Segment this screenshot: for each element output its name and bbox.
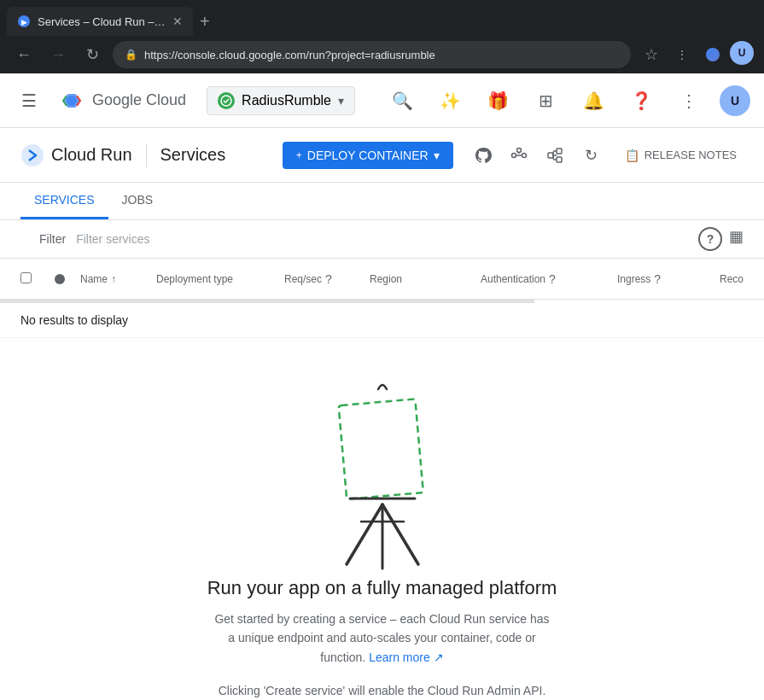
no-results-message: No results to display (0, 303, 764, 338)
ingress-column-header: Ingress ? (617, 272, 720, 286)
auth-help-icon[interactable]: ? (549, 272, 556, 286)
url-text: https://console.cloud.google.com/run?pro… (144, 49, 619, 61)
svg-point-6 (511, 153, 516, 157)
column-settings-icon[interactable]: ▦ (729, 227, 744, 251)
empty-state: Run your app on a fully managed platform… (0, 338, 764, 700)
reco-column-header: Reco (720, 273, 744, 285)
sort-icon: ↑ (111, 273, 116, 285)
topology-icon (545, 146, 564, 165)
github-icon (474, 146, 493, 165)
gift-icon[interactable]: 🎁 (481, 84, 515, 118)
new-tab-button[interactable]: + (193, 9, 217, 35)
svg-rect-11 (557, 157, 562, 162)
address-bar[interactable]: 🔒 https://console.cloud.google.com/run?p… (113, 41, 631, 68)
cloud-run-icon (20, 143, 44, 167)
topology-link[interactable] (545, 146, 564, 165)
svg-point-2 (706, 48, 720, 61)
svg-point-5 (21, 144, 44, 166)
filter-input[interactable] (76, 232, 688, 246)
back-button[interactable]: ← (10, 41, 38, 68)
deployment-type-column-header: Deployment type (156, 273, 284, 285)
svg-point-7 (522, 153, 526, 157)
filter-label: Filter (39, 232, 66, 246)
browser-menu-icon[interactable]: ⋮ (668, 41, 696, 68)
tab-services[interactable]: SERVICES (20, 183, 108, 219)
header-divider (146, 143, 147, 167)
filter-button[interactable]: Filter (20, 232, 66, 246)
tab-favicon: ▶ (17, 15, 31, 28)
page-title: Services (160, 145, 226, 165)
svg-rect-9 (548, 153, 553, 158)
release-notes-icon: 📋 (625, 149, 639, 162)
gc-logo-icon (58, 87, 85, 114)
integrations-icon (510, 146, 528, 165)
svg-line-13 (347, 505, 382, 564)
svg-point-8 (516, 148, 521, 152)
filter-icon (20, 232, 34, 246)
deploy-icon: + (296, 149, 302, 161)
empty-state-title: Run your app on a fully managed platform (207, 577, 557, 599)
browser-nav: ← → ↻ 🔒 https://console.cloud.google.com… (0, 36, 764, 73)
empty-state-description: Get started by creating a service – each… (212, 610, 553, 667)
filter-bar: Filter ? ▦ (0, 220, 764, 259)
forward-button[interactable]: → (44, 41, 72, 68)
svg-text:▶: ▶ (21, 18, 27, 26)
integrations-link[interactable] (510, 146, 528, 165)
hamburger-menu[interactable]: ☰ (14, 85, 44, 116)
tab-bar: ▶ Services – Cloud Run – RadiusRu… ✕ + (0, 0, 764, 36)
checkbox-all[interactable] (20, 272, 32, 283)
req-sec-column-header: Req/sec ? (284, 272, 370, 286)
reload-button[interactable]: ↻ (79, 41, 106, 68)
tab-close-button[interactable]: ✕ (172, 15, 183, 28)
bookmark-icon[interactable]: ☆ (638, 41, 665, 68)
deploy-container-button[interactable]: + DEPLOY CONTAINER ▾ (283, 142, 453, 169)
search-icon[interactable]: 🔍 (385, 84, 419, 118)
easel-illustration (314, 372, 451, 577)
cloud-run-title: Cloud Run (51, 145, 132, 165)
lock-icon: 🔒 (125, 49, 137, 61)
svg-line-14 (382, 505, 418, 564)
cloud-run-logo: Cloud Run (20, 143, 132, 167)
active-tab[interactable]: ▶ Services – Cloud Run – RadiusRu… ✕ (7, 7, 193, 36)
help-circle-icon[interactable]: ? (698, 227, 722, 251)
app: ☰ Google Cloud RadiusRumble ▾ 🔍 ✨ 🎁 ⊞ 🔔 … (0, 73, 764, 700)
user-avatar[interactable]: U (720, 85, 750, 116)
tab-title: Services – Cloud Run – RadiusRu… (38, 15, 166, 28)
app-header: ☰ Google Cloud RadiusRumble ▾ 🔍 ✨ 🎁 ⊞ 🔔 … (0, 73, 764, 128)
extension-icon[interactable] (699, 41, 726, 68)
project-name: RadiusRumble (242, 93, 331, 108)
refresh-button[interactable]: ↻ (578, 139, 604, 172)
help-icon[interactable]: ❓ (624, 84, 658, 118)
project-icon (218, 92, 235, 109)
gemini-icon[interactable]: ✨ (433, 84, 467, 118)
region-column-header: Region (370, 273, 481, 285)
name-column-header[interactable]: Name ↑ (80, 273, 156, 285)
nav-actions: ☆ ⋮ U (638, 41, 754, 68)
more-options-icon[interactable]: ⋮ (672, 84, 706, 118)
ingress-help-icon[interactable]: ? (654, 272, 661, 286)
profile-avatar[interactable]: U (730, 41, 754, 65)
google-cloud-text: Google Cloud (92, 91, 186, 109)
admin-api-note: Clicking 'Create service' will enable th… (219, 684, 546, 697)
browser-chrome: ▶ Services – Cloud Run – RadiusRu… ✕ + ←… (0, 0, 764, 73)
cloud-shell-icon[interactable]: ⊞ (528, 84, 563, 118)
select-all-checkbox[interactable] (20, 271, 55, 287)
tab-jobs[interactable]: JOBS (108, 183, 167, 219)
auth-column-header: Authentication ? (481, 272, 617, 286)
notifications-icon[interactable]: 🔔 (576, 84, 610, 118)
status-column-header (55, 274, 80, 284)
learn-more-link[interactable]: Learn more ↗ (369, 650, 443, 664)
svg-rect-12 (338, 399, 423, 499)
service-nav-header: Cloud Run Services + DEPLOY CONTAINER ▾ (0, 128, 764, 183)
deploy-dropdown-icon: ▾ (434, 149, 440, 162)
svg-rect-10 (557, 149, 562, 154)
release-notes-label: RELEASE NOTES (644, 149, 737, 161)
github-link[interactable] (474, 146, 493, 165)
google-cloud-logo: Google Cloud (58, 87, 186, 114)
req-help-icon[interactable]: ? (325, 272, 332, 286)
project-dropdown-icon: ▾ (338, 94, 344, 108)
release-notes-button[interactable]: 📋 RELEASE NOTES (618, 142, 744, 169)
deploy-btn-label: DEPLOY CONTAINER (307, 149, 429, 162)
table-header: Name ↑ Deployment type Req/sec ? Region … (0, 259, 764, 300)
project-selector[interactable]: RadiusRumble ▾ (207, 86, 355, 115)
